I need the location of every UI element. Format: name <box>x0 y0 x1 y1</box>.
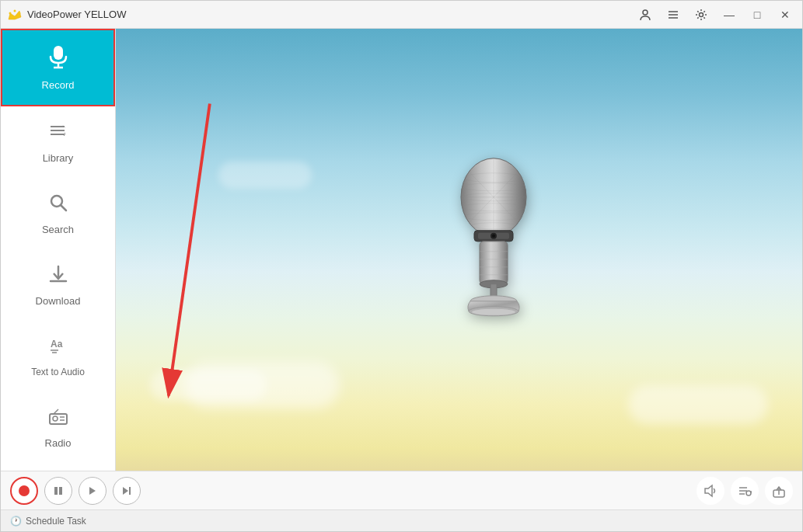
record-dot-icon <box>19 485 30 496</box>
svg-point-8 <box>700 12 703 16</box>
svg-point-53 <box>472 308 515 315</box>
svg-point-1 <box>9 12 12 14</box>
svg-point-4 <box>643 10 648 15</box>
playlist-button[interactable] <box>731 477 759 505</box>
sidebar-item-text-to-audio[interactable]: Aa Text to Audio <box>1 321 115 391</box>
text-to-audio-icon: Aa <box>47 335 69 362</box>
share-button[interactable] <box>765 477 793 505</box>
radio-label: Radio <box>45 437 72 449</box>
library-label: Library <box>43 152 74 164</box>
svg-marker-61 <box>705 485 712 496</box>
app-title: VideoPower YELLOW <box>27 9 634 20</box>
svg-text:Aa: Aa <box>51 339 63 349</box>
maximize-button[interactable]: □ <box>746 6 768 23</box>
volume-button[interactable] <box>697 477 724 505</box>
svg-rect-56 <box>54 487 58 495</box>
radio-icon <box>47 405 69 433</box>
menu-button[interactable] <box>662 6 684 23</box>
text-to-audio-label: Text to Audio <box>31 367 85 377</box>
svg-rect-44 <box>480 241 508 283</box>
next-button[interactable] <box>113 477 141 505</box>
svg-text:♪: ♪ <box>63 130 66 137</box>
mic-icon <box>46 44 71 75</box>
sidebar-item-radio[interactable]: Radio <box>1 391 115 463</box>
content-area <box>116 29 802 471</box>
sidebar-item-library[interactable]: ♪ Library <box>1 106 115 178</box>
download-label: Download <box>36 295 81 307</box>
svg-marker-58 <box>89 487 96 495</box>
library-icon: ♪ <box>47 120 69 148</box>
cloud-mid <box>218 162 312 189</box>
minimize-button[interactable]: — <box>718 6 740 23</box>
main-content: Record ♪ Library <box>1 29 802 471</box>
profile-button[interactable] <box>634 6 656 23</box>
player-bar <box>1 471 802 509</box>
title-bar: VideoPower YELLOW — □ ✕ <box>1 1 802 29</box>
search-label: Search <box>42 224 74 235</box>
window-controls: — □ ✕ <box>634 6 796 23</box>
schedule-label[interactable]: Schedule Task <box>26 516 86 527</box>
sidebar-item-download[interactable]: Download <box>1 249 115 321</box>
cloud-right <box>628 385 768 424</box>
pause-button[interactable] <box>44 477 72 505</box>
svg-point-3 <box>19 12 21 14</box>
close-button[interactable]: ✕ <box>774 6 796 23</box>
schedule-icon: 🕐 <box>10 516 22 527</box>
settings-button[interactable] <box>690 6 712 23</box>
cloud-left2 <box>150 370 267 401</box>
record-button[interactable] <box>10 477 38 505</box>
microphone <box>431 154 556 328</box>
svg-point-65 <box>746 491 751 495</box>
app-window: VideoPower YELLOW — □ ✕ <box>0 0 803 532</box>
svg-line-17 <box>61 205 66 210</box>
svg-marker-59 <box>123 487 128 495</box>
svg-point-24 <box>53 416 58 421</box>
download-icon <box>47 263 69 290</box>
svg-rect-9 <box>54 46 63 60</box>
player-right-controls <box>697 477 793 505</box>
app-icon <box>7 7 23 23</box>
svg-rect-60 <box>129 487 131 495</box>
svg-point-2 <box>14 9 16 12</box>
sidebar: Record ♪ Library <box>1 29 116 471</box>
record-label: Record <box>42 79 75 91</box>
sidebar-item-record[interactable]: Record <box>1 29 115 106</box>
search-icon <box>47 192 69 219</box>
play-button[interactable] <box>79 477 106 505</box>
svg-point-43 <box>492 234 495 237</box>
sidebar-item-search[interactable]: Search <box>1 178 115 249</box>
svg-rect-57 <box>59 487 62 495</box>
schedule-bar: 🕐 Schedule Task <box>1 509 802 531</box>
